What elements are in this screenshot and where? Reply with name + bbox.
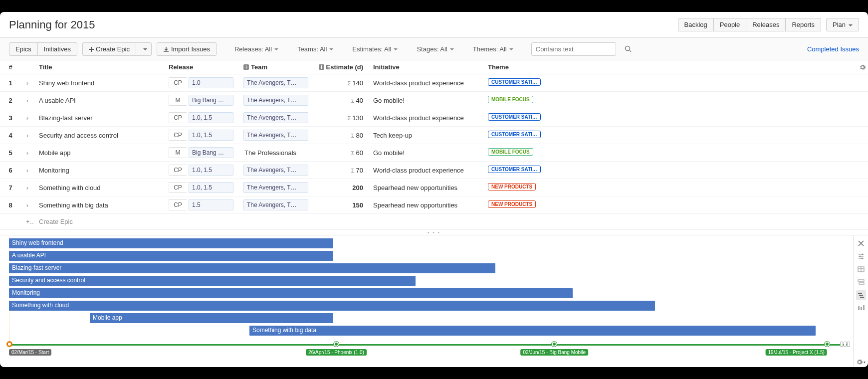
create-epic-row[interactable]: + Create Epic (0, 214, 868, 230)
timeline[interactable]: 02/Mar/15 - Start 26/Apr/15 - Phoenix (1… (9, 343, 848, 346)
search-button[interactable] (621, 42, 635, 56)
estimate-value[interactable]: 200 (352, 184, 363, 191)
create-epic-dropdown[interactable] (136, 42, 152, 56)
theme-tag[interactable]: MOBILE FOCUS (488, 96, 533, 103)
epic-title[interactable]: A usable API (34, 92, 164, 109)
epic-title[interactable]: Something with big data (34, 196, 164, 214)
expand-toggle[interactable]: › (21, 196, 34, 214)
table-settings[interactable] (854, 60, 868, 74)
epic-title[interactable]: Shiny web frontend (34, 74, 164, 92)
timeline-milestone[interactable] (825, 342, 830, 347)
gantt-close-button[interactable] (856, 238, 866, 248)
gantt-table-view-button[interactable] (856, 264, 866, 274)
estimate-value[interactable]: 80 (351, 132, 363, 139)
expand-toggle[interactable]: › (21, 179, 34, 196)
initiative-cell[interactable]: Go mobile! (368, 144, 483, 162)
epic-title[interactable]: Mobile app (34, 144, 164, 162)
nav-releases[interactable]: Releases (746, 18, 786, 31)
epic-title[interactable]: Monitoring (34, 162, 164, 179)
initiative-cell[interactable]: World-class product experience (368, 109, 483, 127)
table-row[interactable]: 1›Shiny web frontendCP1.0The Avengers, T… (0, 74, 868, 92)
expand-toggle[interactable]: › (21, 92, 34, 109)
release-cell[interactable]: CP1.5 (169, 199, 233, 210)
timeline-milestone[interactable] (334, 342, 339, 347)
team-cell[interactable]: The Avengers, T… (243, 182, 308, 193)
filter-stages[interactable]: Stages: All (416, 43, 454, 55)
initiative-cell[interactable]: Go mobile! (368, 92, 483, 109)
filter-teams[interactable]: Teams: All (296, 43, 334, 55)
table-row[interactable]: 4›Security and access controlCP1.0, 1.5T… (0, 127, 868, 144)
expand-toggle[interactable]: › (21, 109, 34, 127)
table-row[interactable]: 7›Something with cloudCP1.0, 1.5The Aven… (0, 179, 868, 196)
col-title[interactable]: Title (34, 60, 164, 74)
filter-themes[interactable]: Themes: All (472, 43, 514, 55)
gantt-bar[interactable]: Monitoring (9, 288, 573, 298)
estimate-value[interactable]: 70 (351, 167, 363, 174)
team-cell[interactable]: The Avengers, T… (243, 130, 308, 141)
import-issues-button[interactable]: Import Issues (157, 42, 217, 56)
gantt-bar[interactable]: A usable API (9, 251, 333, 261)
initiative-cell[interactable]: Spearhead new opportunities (368, 179, 483, 196)
panel-resize-handle[interactable]: • • • (0, 230, 868, 235)
tab-initiatives[interactable]: Initiatives (37, 42, 77, 56)
nav-people[interactable]: People (713, 18, 746, 31)
initiative-cell[interactable]: Tech keep-up (368, 127, 483, 144)
initiative-cell[interactable]: World-class product experience (368, 74, 483, 92)
gantt-view-1-button[interactable] (856, 277, 866, 287)
team-cell[interactable]: The Avengers, T… (243, 165, 308, 176)
theme-tag[interactable]: CUSTOMER SATI… (488, 113, 541, 121)
gantt-bar[interactable]: Shiny web frontend (9, 238, 333, 248)
initiative-cell[interactable]: World-class product experience (368, 162, 483, 179)
team-cell[interactable]: The Avengers, T… (243, 77, 308, 88)
col-estimate[interactable]: Estimate (d) (313, 60, 368, 74)
col-release[interactable]: Release (164, 60, 238, 74)
col-theme[interactable]: Theme (483, 60, 573, 74)
release-cell[interactable]: CP1.0, 1.5 (169, 182, 233, 193)
estimate-value[interactable]: 130 (347, 114, 363, 122)
release-cell[interactable]: CP1.0, 1.5 (169, 112, 233, 123)
filter-estimates[interactable]: Estimates: All (351, 43, 399, 55)
gantt-bar[interactable]: Security and access control (9, 276, 416, 286)
gantt-bar[interactable]: Mobile app (90, 313, 333, 323)
gantt-chart[interactable]: 02/Mar/15 - Start 26/Apr/15 - Phoenix (1… (0, 235, 853, 367)
table-row[interactable]: 3›Blazing-fast serverCP1.0, 1.5The Aveng… (0, 109, 868, 127)
theme-tag[interactable]: CUSTOMER SATI… (488, 131, 541, 138)
theme-tag[interactable]: CUSTOMER SATI… (488, 166, 541, 173)
table-row[interactable]: 6›MonitoringCP1.0, 1.5The Avengers, T…70… (0, 162, 868, 179)
gantt-bar[interactable]: Something with cloud (9, 301, 655, 311)
expand-toggle[interactable]: › (21, 74, 34, 92)
nav-reports[interactable]: Reports (785, 18, 821, 31)
epic-title[interactable]: Something with cloud (34, 179, 164, 196)
release-cell[interactable]: MBig Bang … (169, 95, 233, 106)
timeline-end-handles[interactable] (840, 342, 850, 347)
release-cell[interactable]: MBig Bang … (169, 147, 233, 158)
table-row[interactable]: 2›A usable APIMBig Bang …The Avengers, T… (0, 92, 868, 109)
estimate-value[interactable]: 150 (352, 201, 363, 209)
filter-releases[interactable]: Releases: All (233, 43, 279, 55)
gantt-bar[interactable]: Something with big data (249, 326, 816, 336)
timeline-milestone-start[interactable] (7, 342, 12, 347)
gantt-config-button[interactable] (856, 251, 866, 261)
gantt-bar[interactable]: Blazing-fast server (9, 263, 495, 273)
tab-epics[interactable]: Epics (9, 42, 38, 56)
team-cell[interactable]: The Avengers, T… (243, 112, 308, 123)
gantt-view-2-button[interactable] (856, 290, 866, 300)
team-cell[interactable]: The Avengers, T… (243, 95, 308, 106)
estimate-value[interactable]: 140 (347, 79, 363, 87)
epic-title[interactable]: Blazing-fast server (34, 109, 164, 127)
plan-dropdown[interactable]: Plan (826, 18, 859, 31)
team-cell[interactable]: The Professionals (243, 148, 308, 158)
col-initiative[interactable]: Initiative (368, 60, 483, 74)
expand-toggle[interactable]: › (21, 144, 34, 162)
col-team[interactable]: Team (238, 60, 313, 74)
completed-issues-link[interactable]: Completed Issues (807, 45, 859, 53)
gantt-settings-button[interactable]: ▾ (856, 357, 866, 367)
release-cell[interactable]: CP1.0 (169, 77, 233, 88)
col-number[interactable]: # (0, 60, 21, 74)
release-cell[interactable]: CP1.0, 1.5 (169, 165, 233, 176)
create-epic-button[interactable]: Create Epic (82, 42, 136, 56)
expand-toggle[interactable]: › (21, 162, 34, 179)
estimate-value[interactable]: 60 (351, 149, 363, 157)
theme-tag[interactable]: CUSTOMER SATI… (488, 78, 541, 86)
expand-toggle[interactable]: › (21, 127, 34, 144)
